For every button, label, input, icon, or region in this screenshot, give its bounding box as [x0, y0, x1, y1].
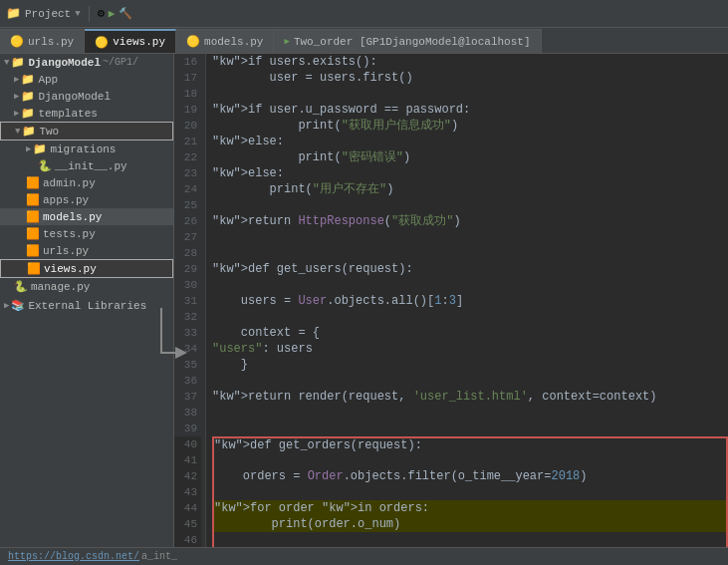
- sidebar-item-app[interactable]: ▶ 📁 App: [0, 71, 173, 88]
- code-line: "kw">return render(request, 'user_list.h…: [212, 389, 728, 405]
- ext-icon: 📚: [11, 299, 25, 312]
- sidebar-item-urls[interactable]: 🟧 urls.py: [0, 242, 173, 259]
- line-number: 20: [174, 118, 201, 134]
- debug-icon[interactable]: 🔨: [119, 7, 132, 20]
- line-numbers: 1617181920212223242526272829303132333435…: [174, 54, 206, 547]
- line-number: 42: [174, 468, 201, 484]
- sidebar-item-models[interactable]: 🟧 models.py: [0, 208, 173, 225]
- sidebar-item-admin[interactable]: 🟧 admin.py: [0, 174, 173, 191]
- tab-models-label: models.py: [204, 36, 263, 48]
- code-line: print(order.o_num): [212, 516, 728, 532]
- line-number: 40: [174, 436, 201, 452]
- sidebar-urls-label: urls.py: [43, 245, 89, 257]
- code-line: [212, 86, 728, 102]
- code-line: [212, 532, 728, 547]
- code-line: "kw">def get_users(request):: [212, 261, 728, 277]
- line-number: 17: [174, 70, 201, 86]
- sidebar-item-views[interactable]: 🟧 views.py: [0, 259, 173, 278]
- line-number: 21: [174, 134, 201, 149]
- line-number: 35: [174, 357, 201, 373]
- apps-file-icon: 🟧: [26, 193, 40, 206]
- urls-file-icon: 🟧: [26, 244, 40, 257]
- code-line: context = {: [212, 325, 728, 341]
- sidebar-dm-label: DjangoModel: [38, 91, 111, 103]
- tab-two-order-label: Two_order [GP1DjangoModel@localhost]: [294, 36, 531, 48]
- line-number: 29: [174, 261, 201, 277]
- tab-models-icon: 🟡: [186, 35, 200, 48]
- code-line: [212, 405, 728, 421]
- tab-views[interactable]: 🟡 views.py: [85, 29, 176, 53]
- sidebar-external-label: External Libraries: [28, 300, 146, 312]
- expand-arrow-app: ▶: [14, 74, 19, 85]
- expand-arrow-ext: ▶: [4, 300, 9, 311]
- line-number: 27: [174, 229, 201, 245]
- code-line: users = User.objects.all()[1:3]: [212, 293, 728, 309]
- code-line: "kw">return HttpResponse("获取成功"): [212, 213, 728, 229]
- tab-two-order[interactable]: ▶ Two_order [GP1DjangoModel@localhost]: [274, 29, 541, 53]
- tab-models[interactable]: 🟡 models.py: [176, 29, 274, 53]
- tab-views-icon: 🟡: [95, 36, 109, 49]
- code-line: print("获取用户信息成功"): [212, 118, 728, 134]
- sidebar-tpl-label: templates: [38, 108, 97, 120]
- code-line: [212, 452, 728, 468]
- root-folder-icon: 📁: [11, 56, 25, 69]
- sidebar-item-root[interactable]: ▼ 📁 DjangoModel ~/GP1/: [0, 54, 173, 71]
- toolbar-dropdown[interactable]: ▼: [75, 9, 80, 19]
- admin-file-icon: 🟧: [26, 176, 40, 189]
- tab-urls[interactable]: 🟡 urls.py: [0, 29, 85, 53]
- status-text: https://blog.csdn.net/: [8, 551, 139, 562]
- sidebar-apps-label: apps.py: [43, 194, 89, 206]
- models-file-icon: 🟧: [26, 210, 40, 223]
- line-number: 34: [174, 341, 201, 357]
- sidebar-item-manage[interactable]: 🐍 manage.py: [0, 278, 173, 295]
- project-icon: 📁: [6, 6, 21, 21]
- code-line: [212, 421, 728, 436]
- sidebar-root-path: ~/GP1/: [103, 57, 138, 68]
- code-line: [212, 373, 728, 389]
- tests-file-icon: 🟧: [26, 227, 40, 240]
- line-number: 23: [174, 165, 201, 181]
- line-number: 18: [174, 86, 201, 102]
- code-line: "kw">if user.u_password == password:: [212, 102, 728, 118]
- sidebar-item-init[interactable]: 🐍 __init__.py: [0, 157, 173, 174]
- code-line: print("用户不存在"): [212, 181, 728, 197]
- sidebar-item-migrations[interactable]: ▶ 📁 migrations: [0, 141, 173, 157]
- sidebar-item-apps[interactable]: 🟧 apps.py: [0, 191, 173, 208]
- sidebar-app-label: App: [38, 74, 58, 86]
- sidebar-item-external[interactable]: ▶ 📚 External Libraries: [0, 297, 173, 314]
- build-icon[interactable]: ▶: [109, 7, 116, 20]
- sidebar-views-label: views.py: [44, 263, 97, 275]
- line-number: 26: [174, 213, 201, 229]
- code-line: "kw">for order "kw">in orders:: [212, 500, 728, 516]
- tpl-folder-icon: 📁: [21, 107, 35, 120]
- line-number: 43: [174, 484, 201, 500]
- tab-urls-icon: 🟡: [10, 35, 24, 48]
- code-line: "kw">if users.exists():: [212, 54, 728, 70]
- code-line: print("密码错误"): [212, 149, 728, 165]
- mig-folder-icon: 📁: [33, 142, 47, 155]
- line-number: 24: [174, 181, 201, 197]
- line-number: 37: [174, 389, 201, 405]
- init-file-icon: 🐍: [38, 159, 52, 172]
- code-line: [212, 277, 728, 293]
- code-line: user = users.first(): [212, 70, 728, 86]
- sidebar-tests-label: tests.py: [43, 228, 96, 240]
- toolbar-project-label: Project: [25, 8, 71, 20]
- line-number: 28: [174, 245, 201, 261]
- sidebar-item-templates[interactable]: ▶ 📁 templates: [0, 105, 173, 122]
- sidebar-item-two[interactable]: ▼ 📁 Two: [0, 122, 173, 141]
- code-area[interactable]: "kw">if users.exists(): user = users.fir…: [206, 54, 728, 547]
- line-number: 22: [174, 149, 201, 165]
- sidebar-item-tests[interactable]: 🟧 tests.py: [0, 225, 173, 242]
- code-line: orders = Order.objects.filter(o_time__ye…: [212, 468, 728, 484]
- sidebar-init-label: __init__.py: [55, 160, 127, 172]
- status-bar: https://blog.csdn.net/ a_int_: [0, 547, 728, 565]
- sidebar-item-djangomodel[interactable]: ▶ 📁 DjangoModel: [0, 88, 173, 105]
- line-number: 19: [174, 102, 201, 118]
- code-line: [212, 245, 728, 261]
- expand-arrow-tpl: ▶: [14, 108, 19, 119]
- line-number: 44: [174, 500, 201, 516]
- sidebar: ▼ 📁 DjangoModel ~/GP1/ ▶ 📁 App ▶ 📁 Djang…: [0, 54, 174, 547]
- main-content: ▼ 📁 DjangoModel ~/GP1/ ▶ 📁 App ▶ 📁 Djang…: [0, 54, 728, 547]
- settings-icon[interactable]: ⚙: [98, 6, 105, 21]
